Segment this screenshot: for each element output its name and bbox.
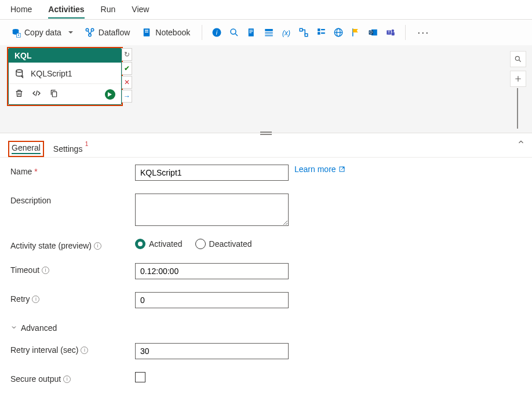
- retry-interval-input[interactable]: [135, 343, 289, 359]
- handle-failure[interactable]: ✕: [122, 76, 132, 89]
- form-icon[interactable]: [316, 27, 326, 38]
- handle-skip[interactable]: →: [122, 90, 132, 103]
- info-icon[interactable]: i: [94, 242, 101, 250]
- svg-point-31: [392, 30, 395, 32]
- svg-text:(x): (x): [282, 29, 290, 37]
- activity-card-highlight: KQL KQLScript1: [7, 47, 123, 106]
- description-input[interactable]: [135, 194, 289, 226]
- info-icon[interactable]: i: [212, 27, 222, 38]
- svg-rect-15: [265, 29, 273, 31]
- canvas-add-button[interactable]: [510, 71, 526, 87]
- svg-rect-16: [265, 32, 273, 34]
- svg-rect-17: [265, 35, 273, 37]
- notebook-button[interactable]: Notebook: [139, 25, 192, 39]
- delete-icon[interactable]: [14, 89, 24, 100]
- learn-more-link[interactable]: Learn more: [294, 165, 345, 174]
- code-icon[interactable]: [32, 89, 41, 100]
- general-form: Name * Learn more Description Activity s…: [0, 158, 532, 394]
- tab-general[interactable]: General: [12, 143, 41, 154]
- svg-text:T: T: [388, 30, 390, 34]
- svg-rect-6: [145, 30, 148, 31]
- activities-toolbar: Copy data Dataflow Notebook i (x) O: [0, 20, 532, 45]
- nav-home[interactable]: Home: [10, 3, 32, 17]
- tab-settings[interactable]: Settings 1: [53, 144, 83, 154]
- advanced-toggle[interactable]: Advanced: [10, 321, 57, 335]
- name-label: Name: [10, 167, 32, 176]
- canvas-guide-line: [517, 88, 518, 129]
- svg-rect-21: [318, 28, 320, 31]
- svg-rect-19: [300, 28, 303, 31]
- svg-rect-12: [249, 30, 253, 31]
- dataflow-label: Dataflow: [99, 28, 130, 37]
- copy-icon[interactable]: [49, 89, 59, 100]
- svg-rect-24: [321, 32, 325, 34]
- svg-point-34: [16, 70, 23, 72]
- description-label: Description: [10, 196, 51, 205]
- database-icon: [14, 68, 25, 79]
- svg-point-10: [231, 29, 236, 34]
- tab-settings-badge: 1: [85, 141, 89, 147]
- copy-data-button[interactable]: Copy data: [8, 25, 75, 39]
- deactivated-radio[interactable]: Deactivated: [195, 239, 252, 249]
- nav-run[interactable]: Run: [101, 3, 116, 17]
- secure-output-label: Secure output: [10, 374, 61, 384]
- toolbar-separator: [405, 25, 406, 40]
- outlook-icon[interactable]: O: [368, 27, 378, 38]
- chevron-down-icon: [10, 323, 17, 333]
- svg-rect-22: [318, 32, 320, 35]
- panel-collapse-button[interactable]: [517, 138, 525, 148]
- copy-data-label: Copy data: [24, 28, 61, 37]
- svg-rect-7: [145, 32, 148, 33]
- script-icon[interactable]: [246, 27, 257, 38]
- svg-rect-32: [392, 32, 395, 35]
- svg-rect-35: [52, 92, 56, 97]
- toolbar-separator: [202, 25, 202, 40]
- name-input[interactable]: [135, 165, 289, 181]
- kql-activity-card[interactable]: KQL KQLScript1: [8, 48, 122, 105]
- canvas-search-button[interactable]: [510, 51, 526, 67]
- info-icon[interactable]: i: [32, 296, 39, 303]
- svg-rect-23: [321, 29, 325, 30]
- search-icon[interactable]: [229, 27, 239, 38]
- variable-icon[interactable]: (x): [281, 27, 291, 38]
- nav-view[interactable]: View: [132, 3, 149, 17]
- svg-point-36: [515, 56, 519, 60]
- run-activity-button[interactable]: [105, 89, 115, 100]
- notebook-icon: [141, 27, 152, 38]
- advanced-label: Advanced: [21, 323, 57, 333]
- list-icon[interactable]: [264, 27, 274, 38]
- activity-card-header: KQL: [9, 49, 121, 63]
- svg-point-4: [89, 34, 92, 37]
- top-navigation: Home Activities Run View: [0, 0, 532, 20]
- info-icon[interactable]: i: [81, 346, 88, 354]
- property-panel: General Settings 1 Name * Learn more Des…: [0, 133, 532, 394]
- activated-label: Activated: [149, 239, 183, 249]
- flag-icon[interactable]: [351, 27, 361, 38]
- retry-input[interactable]: [135, 292, 289, 308]
- copy-data-icon: [10, 27, 21, 38]
- secure-output-checkbox[interactable]: [135, 372, 145, 382]
- handle-neutral[interactable]: ↻: [122, 48, 132, 61]
- learn-more-label: Learn more: [294, 165, 336, 174]
- handle-success[interactable]: ✔: [122, 62, 132, 75]
- info-icon[interactable]: i: [63, 375, 71, 383]
- timeout-input[interactable]: [135, 263, 289, 279]
- nav-activities[interactable]: Activities: [48, 3, 84, 19]
- dataflow-button[interactable]: Dataflow: [82, 25, 132, 39]
- svg-rect-14: [249, 32, 252, 33]
- teams-icon[interactable]: T: [385, 27, 396, 38]
- activity-state-label: Activity state (preview): [10, 241, 92, 250]
- info-icon[interactable]: i: [42, 267, 49, 274]
- deactivated-label: Deactivated: [209, 239, 252, 249]
- notebook-label: Notebook: [155, 28, 190, 37]
- tab-settings-label: Settings: [53, 144, 83, 154]
- timeout-label: Timeout: [10, 265, 39, 275]
- activated-radio[interactable]: Activated: [135, 239, 183, 249]
- tab-general-highlight: General: [8, 141, 44, 157]
- pipeline-canvas[interactable]: KQL KQLScript1: [0, 45, 532, 133]
- pipeline-icon[interactable]: [298, 27, 309, 38]
- toolbar-overflow[interactable]: ···: [417, 27, 429, 39]
- required-asterisk: *: [34, 167, 37, 176]
- svg-rect-13: [249, 31, 253, 32]
- globe-icon[interactable]: [333, 27, 344, 38]
